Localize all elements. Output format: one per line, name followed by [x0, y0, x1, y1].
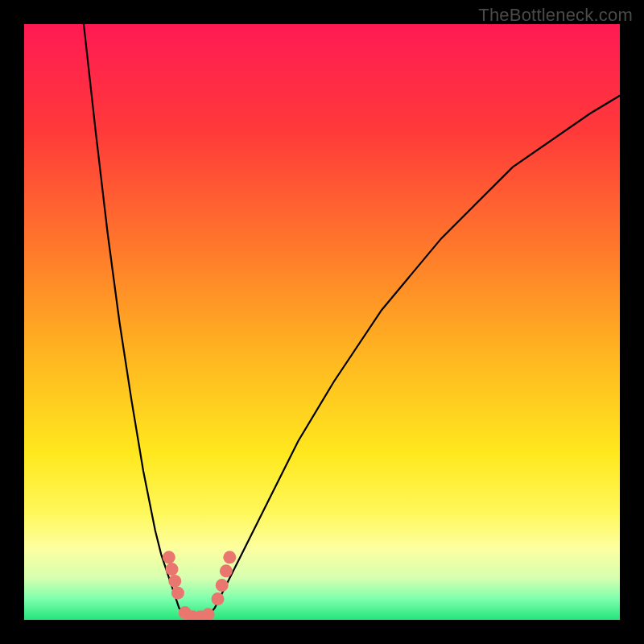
data-marker: [163, 551, 175, 564]
curve-layer: [24, 24, 620, 620]
bottleneck-curve: [84, 24, 620, 619]
data-marker: [168, 575, 181, 588]
data-marker: [212, 592, 225, 605]
data-marker: [171, 587, 184, 600]
data-marker: [223, 551, 236, 564]
plot-area: [24, 24, 620, 620]
data-marker: [220, 564, 233, 577]
chart-frame: TheBottleneck.com: [0, 0, 644, 644]
marker-group: [163, 551, 236, 620]
data-marker: [216, 579, 229, 592]
watermark-text: TheBottleneck.com: [478, 5, 633, 26]
data-marker: [166, 563, 179, 576]
